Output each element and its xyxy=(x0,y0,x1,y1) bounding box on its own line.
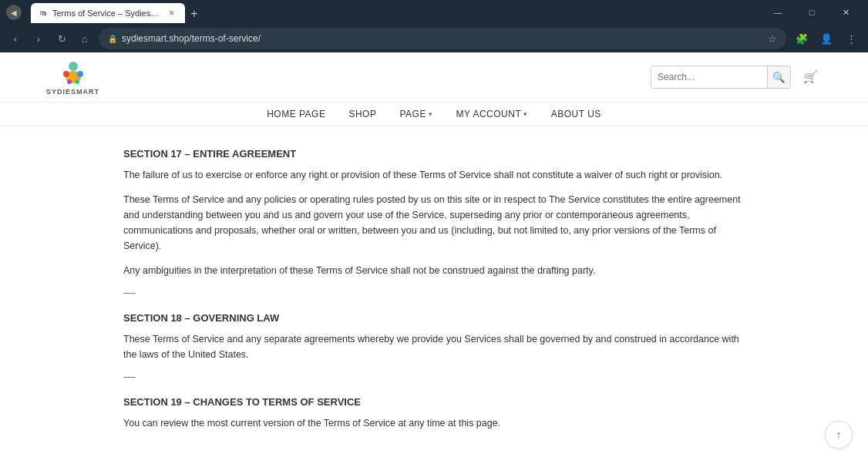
section-17-para-3: Any ambiguities in the interpretation of… xyxy=(123,263,745,278)
svg-point-2 xyxy=(63,71,69,77)
browser-action-buttons: 🧩 👤 ⋮ xyxy=(791,28,862,49)
nav-item-shop[interactable]: SHOP xyxy=(348,109,376,119)
nav-item-page[interactable]: PAGE ▾ xyxy=(399,109,432,119)
section-17-divider: —- xyxy=(123,287,745,298)
back-button[interactable]: ‹ xyxy=(6,29,25,48)
browser-chrome: ◀ 🛍 Terms of Service – Sydiesmart ✕ + — … xyxy=(0,0,868,52)
bookmark-icon[interactable]: ☆ xyxy=(768,33,777,45)
window-controls: — □ ✕ xyxy=(762,2,862,23)
page-scroll-area[interactable]: SECTION 17 – ENTIRE AGREEMENT The failur… xyxy=(0,126,868,442)
cart-icon[interactable]: 🛒 xyxy=(799,66,822,89)
address-text: sydiesmart.shop/terms-of-service/ xyxy=(122,33,763,44)
minimize-button[interactable]: — xyxy=(762,2,794,23)
tab-title: Terms of Service – Sydiesmart xyxy=(52,8,162,18)
title-bar: ◀ 🛍 Terms of Service – Sydiesmart ✕ + — … xyxy=(0,0,868,25)
close-button[interactable]: ✕ xyxy=(829,2,862,23)
maximize-button[interactable]: □ xyxy=(796,2,828,23)
forward-button[interactable]: › xyxy=(29,29,48,48)
section-19-para-1: You can review the most current version … xyxy=(123,415,745,431)
refresh-button[interactable]: ↻ xyxy=(52,29,71,48)
section-17-para-2: These Terms of Service and any policies … xyxy=(123,192,745,254)
section-18-para-1: These Terms of Service and any separate … xyxy=(123,331,745,362)
home-button[interactable]: ⌂ xyxy=(76,29,94,48)
nav-shop-label: SHOP xyxy=(348,109,376,119)
nav-account-arrow-icon: ▾ xyxy=(523,110,528,118)
active-tab[interactable]: 🛍 Terms of Service – Sydiesmart ✕ xyxy=(31,3,185,23)
lock-icon: 🔒 xyxy=(108,35,117,43)
nav-account-label: MY ACCOUNT xyxy=(456,109,521,119)
site-logo: SYDIESMART xyxy=(46,59,99,96)
nav-page-label: PAGE xyxy=(399,109,426,119)
section-17-para-1: The failure of us to exercise or enforce… xyxy=(123,167,745,183)
nav-item-account[interactable]: MY ACCOUNT ▾ xyxy=(456,109,527,119)
scroll-to-top-button[interactable]: ↑ xyxy=(825,421,853,449)
svg-point-5 xyxy=(75,79,79,84)
nav-about-label: ABOUT US xyxy=(551,109,601,119)
svg-point-0 xyxy=(69,62,78,71)
site-navigation: HOME PAGE SHOP PAGE ▾ MY ACCOUNT ▾ ABOUT… xyxy=(0,103,868,126)
address-input[interactable]: 🔒 sydiesmart.shop/terms-of-service/ ☆ xyxy=(99,28,786,49)
section-17-heading: SECTION 17 – ENTIRE AGREEMENT xyxy=(123,148,745,160)
profile-button[interactable]: 👤 xyxy=(816,28,837,49)
address-bar: ‹ › ↻ ⌂ 🔒 sydiesmart.shop/terms-of-servi… xyxy=(0,25,868,52)
nav-item-home[interactable]: HOME PAGE xyxy=(267,109,325,119)
search-button[interactable]: 🔍 xyxy=(767,66,790,89)
browser-profile-icon[interactable]: ◀ xyxy=(6,5,22,20)
logo-image xyxy=(58,59,89,88)
section-19-para-2: We reserve the right, at our sole discre… xyxy=(123,440,745,442)
section-19-heading: SECTION 19 – CHANGES TO TERMS OF SERVICE xyxy=(123,396,745,408)
extensions-button[interactable]: 🧩 xyxy=(791,28,812,49)
section-18-heading: SECTION 18 – GOVERNING LAW xyxy=(123,312,745,324)
svg-point-4 xyxy=(67,79,72,84)
new-tab-button[interactable]: + xyxy=(185,5,204,23)
nav-page-arrow-icon: ▾ xyxy=(429,110,433,118)
nav-home-label: HOME PAGE xyxy=(267,109,325,119)
site-header: SYDIESMART 🔍 🛒 xyxy=(0,52,868,103)
browser-controls: ◀ xyxy=(6,5,22,20)
page-content: SYDIESMART 🔍 🛒 HOME PAGE SHOP PAGE ▾ MY … xyxy=(0,52,868,442)
nav-item-about[interactable]: ABOUT US xyxy=(551,109,601,119)
main-content: SECTION 17 – ENTIRE AGREEMENT The failur… xyxy=(0,126,868,442)
logo-svg xyxy=(59,60,88,86)
svg-point-3 xyxy=(77,71,83,77)
search-wrap: 🔍 xyxy=(651,66,791,89)
section-18-divider: —- xyxy=(123,372,745,382)
tab-favicon-icon: 🛍 xyxy=(39,8,48,18)
tab-close-button[interactable]: ✕ xyxy=(167,8,177,18)
logo-text: SYDIESMART xyxy=(46,88,99,96)
tab-bar: 🛍 Terms of Service – Sydiesmart ✕ + xyxy=(28,2,759,23)
menu-button[interactable]: ⋮ xyxy=(840,28,862,49)
search-input[interactable] xyxy=(651,69,767,86)
